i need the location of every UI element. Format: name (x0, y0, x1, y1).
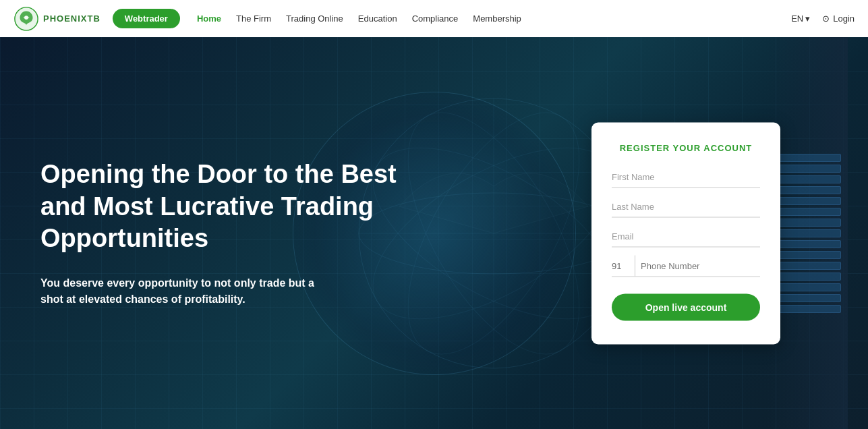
nav-education[interactable]: Education (358, 13, 397, 24)
email-input[interactable] (612, 225, 760, 247)
nav-the-firm[interactable]: The Firm (236, 13, 271, 24)
register-card: REGISTER YOUR ACCOUNT 91 Open live accou… (591, 122, 780, 344)
login-button[interactable]: ⊙ Login (822, 13, 855, 24)
phone-row: 91 (612, 255, 760, 277)
svg-point-1 (24, 16, 28, 20)
open-account-button[interactable]: Open live account (612, 293, 760, 320)
nav-trading-online[interactable]: Trading Online (286, 13, 343, 24)
hero-subtext: You deserve every opportunity to not onl… (40, 275, 324, 308)
logo: PHOENIXTB (13, 6, 100, 32)
phone-number-input[interactable] (641, 255, 760, 276)
phone-country-code: 91 (612, 255, 635, 276)
chevron-down-icon: ▾ (805, 13, 810, 24)
webtrader-button[interactable]: Webtrader (113, 9, 180, 28)
nav-membership[interactable]: Membership (473, 13, 521, 24)
lang-label: EN (791, 13, 803, 24)
nav-right: EN ▾ ⊙ Login (791, 13, 855, 24)
nav-compliance[interactable]: Compliance (412, 13, 459, 24)
navbar: PHOENIXTB Webtrader Home The Firm Tradin… (0, 0, 868, 37)
hero-headline: Opening the Door to the Best and Most Lu… (40, 159, 398, 255)
first-name-input[interactable] (612, 166, 760, 188)
person-icon: ⊙ (822, 13, 830, 24)
hero-text-block: Opening the Door to the Best and Most Lu… (40, 159, 398, 308)
last-name-input[interactable] (612, 196, 760, 217)
language-selector[interactable]: EN ▾ (791, 13, 810, 24)
nav-home[interactable]: Home (197, 13, 221, 24)
register-title: REGISTER YOUR ACCOUNT (612, 142, 760, 152)
hero-section: Opening the Door to the Best and Most Lu… (0, 37, 868, 429)
logo-text: PHOENIXTB (43, 13, 100, 24)
login-label: Login (833, 13, 855, 24)
nav-links: Home The Firm Trading Online Education C… (197, 13, 791, 24)
logo-icon (13, 6, 39, 32)
